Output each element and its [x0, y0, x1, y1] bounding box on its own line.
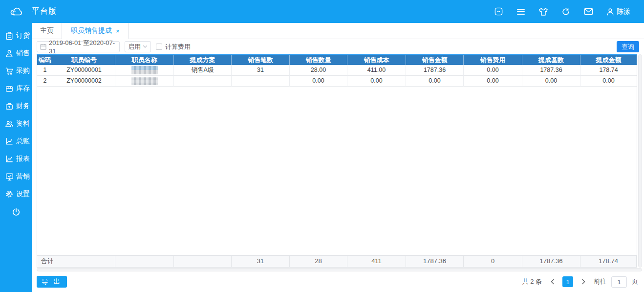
column-header[interactable]: 销售金额: [406, 55, 464, 65]
tab-label: 主页: [40, 26, 54, 35]
user-menu[interactable]: 陈漾: [606, 7, 630, 16]
column-header[interactable]: 销售数量: [290, 55, 347, 65]
calendar-icon: [40, 44, 46, 50]
people-icon: [5, 119, 14, 128]
table-cell: 0.00: [522, 76, 580, 87]
table-cell: 销售A级: [174, 65, 232, 76]
status-select-value: 启用: [128, 43, 141, 51]
column-header[interactable]: 销售费用: [464, 55, 522, 65]
column-header[interactable]: 提成方案: [174, 55, 232, 65]
checkbox-label: 计算费用: [165, 43, 191, 51]
prev-page-button[interactable]: [547, 276, 558, 287]
status-select[interactable]: 启用: [125, 41, 151, 52]
table-cell: 0.00: [580, 76, 637, 87]
app-logo[interactable]: [0, 6, 32, 17]
data-grid: 编码职员编号职员名称提成方案销售笔数销售数量销售成本销售金额销售费用提成基数提成…: [37, 54, 637, 268]
sidebar-item-caiwu[interactable]: 财务: [0, 97, 32, 115]
total-cell: 1787.36: [406, 256, 464, 267]
table-cell: [232, 76, 290, 87]
checkbox-icon[interactable]: [156, 44, 162, 50]
column-header[interactable]: 提成金额: [580, 55, 637, 65]
tab-staff-commission[interactable]: 职员销售提成 ×: [62, 23, 129, 39]
total-cell: 28: [290, 256, 347, 267]
table-cell: 1787.36: [406, 65, 464, 76]
date-range-input[interactable]: 2019-06-01 至2020-07-31: [37, 41, 120, 52]
page-number-active[interactable]: 1: [562, 276, 573, 287]
sidebar-item-dinghuo[interactable]: 订货: [0, 27, 32, 45]
table-cell: 1: [37, 65, 53, 76]
tab-bar: 主页 职员销售提成 ×: [32, 23, 644, 39]
sidebar-item-caigou[interactable]: 采购: [0, 62, 32, 80]
total-cell: [53, 256, 115, 267]
sidebar-item-ziliao[interactable]: 资料: [0, 115, 32, 133]
table-row[interactable]: 1ZY00000001销售A级3128.00411.001787.360.001…: [37, 65, 637, 76]
grid-total-row: 合计31284111787.3601787.36178.74: [37, 255, 637, 267]
sidebar-item-label: 采购: [16, 67, 30, 75]
sidebar-item-label: 报表: [16, 155, 30, 163]
calc-expense-checkbox[interactable]: 计算费用: [156, 43, 191, 51]
sidebar-item-shezhi[interactable]: 设置: [0, 185, 32, 203]
blurred-name-cell: [115, 65, 174, 76]
table-cell: 0.00: [290, 76, 347, 87]
shirt-icon[interactable]: [538, 7, 548, 17]
main-area: 主页 职员销售提成 × 2019-06-01 至2020-07-31 启用 计算…: [32, 23, 644, 292]
tab-home[interactable]: 主页: [32, 23, 62, 39]
horizontal-scrollbar[interactable]: [37, 268, 642, 271]
total-cell: [115, 256, 174, 267]
grid-header: 编码职员编号职员名称提成方案销售笔数销售数量销售成本销售金额销售费用提成基数提成…: [37, 55, 637, 65]
power-icon: [12, 207, 21, 216]
sidebar-item-xiaoshou[interactable]: 销售: [0, 45, 32, 62]
chevron-down-icon: [143, 45, 148, 48]
logout-power-button[interactable]: [0, 203, 32, 221]
table-cell: 1787.36: [522, 65, 580, 76]
user-name: 陈漾: [617, 7, 630, 16]
box-icon: [5, 84, 14, 93]
total-cell: 合计: [37, 256, 53, 267]
page-suffix-label: 页: [632, 277, 638, 286]
sidebar-item-baobiao[interactable]: 报表: [0, 150, 32, 168]
refresh-icon[interactable]: [561, 7, 571, 17]
column-header[interactable]: 提成基数: [522, 55, 580, 65]
column-header[interactable]: 职员名称: [115, 55, 174, 65]
bottom-bar: 导 出 共 2 条 1 前往 页: [32, 271, 644, 292]
table-cell: 411.00: [347, 65, 406, 76]
column-header[interactable]: 编码: [37, 55, 53, 65]
table-row[interactable]: 2ZY000000020.000.000.000.000.000.00: [37, 76, 637, 87]
blurred-name: [131, 77, 158, 85]
filter-bar: 2019-06-01 至2020-07-31 启用 计算费用 查询: [32, 39, 644, 54]
chart-report-icon: [5, 155, 14, 163]
table-cell: ZY00000001: [53, 65, 115, 76]
vertical-scrollbar[interactable]: [638, 54, 642, 268]
sidebar: 订货 销售 采购 库存 财务 资料 总账 报表 营销 设置: [0, 23, 32, 292]
menu-icon[interactable]: [516, 7, 526, 17]
column-header[interactable]: 销售成本: [347, 55, 406, 65]
blurred-name: [131, 66, 158, 74]
column-header[interactable]: 销售笔数: [232, 55, 290, 65]
sidebar-item-zongzhang[interactable]: 总账: [0, 133, 32, 150]
total-cell: 411: [347, 256, 406, 267]
goto-page-input[interactable]: [611, 276, 627, 288]
sidebar-item-kucun[interactable]: 库存: [0, 80, 32, 97]
table-cell: 0.00: [464, 76, 522, 87]
total-cell: 178.74: [580, 256, 637, 267]
next-page-button[interactable]: [578, 276, 589, 287]
monitor-check-icon: [5, 172, 14, 181]
top-bar: 平台版: [0, 0, 644, 23]
date-range-value: 2019-06-01 至2020-07-31: [49, 39, 116, 55]
column-header[interactable]: 职员编号: [53, 55, 115, 65]
mail-icon[interactable]: [583, 7, 593, 17]
close-tab-icon[interactable]: ×: [116, 27, 120, 35]
clipboard-icon: [5, 31, 14, 40]
table-cell: 0.00: [406, 76, 464, 87]
query-button[interactable]: 查询: [617, 41, 639, 52]
sidebar-item-yingxiao[interactable]: 营销: [0, 168, 32, 185]
total-cell: 0: [464, 256, 522, 267]
table-cell: 31: [232, 65, 290, 76]
export-button[interactable]: 导 出: [37, 276, 67, 288]
chart-line-icon: [5, 137, 14, 146]
table-cell: [174, 76, 232, 87]
table-cell: ZY00000002: [53, 76, 115, 87]
app-center-icon[interactable]: [494, 7, 503, 17]
sidebar-item-label: 财务: [16, 102, 30, 111]
grid-area: 编码职员编号职员名称提成方案销售笔数销售数量销售成本销售金额销售费用提成基数提成…: [32, 54, 644, 268]
